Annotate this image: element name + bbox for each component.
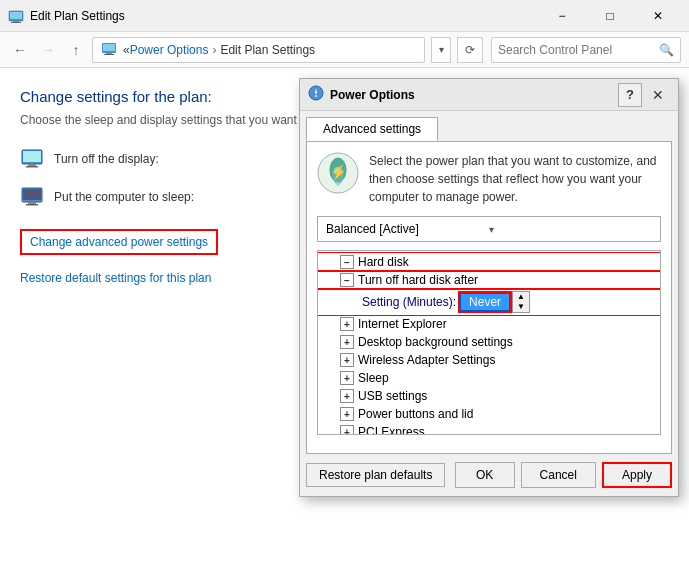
- tree-item-wireless-adapter[interactable]: + Wireless Adapter Settings: [318, 351, 660, 369]
- tree-item-turn-off[interactable]: − Turn off hard disk after: [318, 271, 660, 289]
- svg-rect-5: [103, 44, 115, 51]
- svg-text:⚡: ⚡: [330, 164, 348, 181]
- expand-hard-disk[interactable]: −: [340, 255, 354, 269]
- restore-plan-button[interactable]: Restore plan defaults: [306, 463, 445, 487]
- help-button[interactable]: ?: [618, 83, 642, 107]
- tree-container: − Hard disk − Turn off hard disk after S…: [317, 250, 661, 435]
- up-button[interactable]: ↑: [64, 38, 88, 62]
- modal-footer: Restore plan defaults OK Cancel Apply: [300, 454, 678, 496]
- minimize-button[interactable]: −: [539, 0, 585, 32]
- internet-explorer-label: Internet Explorer: [358, 317, 447, 331]
- modal-intro-text: Select the power plan that you want to c…: [369, 152, 661, 206]
- breadcrumb-part1: «: [123, 43, 130, 57]
- power-options-modal: Power Options ? ✕ Advanced settings: [299, 78, 679, 497]
- expand-internet-explorer[interactable]: +: [340, 317, 354, 331]
- maximize-button[interactable]: □: [587, 0, 633, 32]
- tree-item-desktop-background[interactable]: + Desktop background settings: [318, 333, 660, 351]
- breadcrumb-current: Edit Plan Settings: [220, 43, 315, 57]
- address-icon: [101, 40, 117, 59]
- tree-inner[interactable]: − Hard disk − Turn off hard disk after S…: [318, 251, 660, 434]
- pci-express-label: PCI Express: [358, 425, 425, 434]
- expand-sleep[interactable]: +: [340, 371, 354, 385]
- address-dropdown[interactable]: ▾: [431, 37, 451, 63]
- restore-plan-container: Restore plan defaults: [306, 463, 449, 487]
- spinner-up[interactable]: ▲: [513, 292, 529, 302]
- expand-usb-settings[interactable]: +: [340, 389, 354, 403]
- modal-icon: [308, 85, 324, 104]
- wireless-adapter-label: Wireless Adapter Settings: [358, 353, 495, 367]
- expand-turn-off[interactable]: −: [340, 273, 354, 287]
- modal-body: ⚡ Select the power plan that you want to…: [306, 141, 672, 454]
- desktop-background-label: Desktop background settings: [358, 335, 513, 349]
- modal-title-bar: Power Options ? ✕: [300, 79, 678, 111]
- expand-wireless-adapter[interactable]: +: [340, 353, 354, 367]
- address-bar: ← → ↑ « Power Options › Edit Plan Settin…: [0, 32, 689, 68]
- refresh-icon: ⟳: [465, 43, 475, 57]
- action-buttons: OK Cancel Apply: [455, 462, 672, 488]
- dropdown-arrow: ▾: [439, 44, 444, 55]
- search-icon: 🔍: [659, 43, 674, 57]
- turn-off-label: Turn off hard disk after: [358, 273, 478, 287]
- plan-dropdown-arrow: ▾: [489, 224, 652, 235]
- value-spinner[interactable]: ▲ ▼: [512, 291, 530, 313]
- modal-title: Power Options: [330, 88, 618, 102]
- ok-button[interactable]: OK: [455, 462, 515, 488]
- expand-power-buttons[interactable]: +: [340, 407, 354, 421]
- forward-button[interactable]: →: [36, 38, 60, 62]
- modal-overlay: Power Options ? ✕ Advanced settings: [0, 68, 689, 570]
- main-content: Change settings for the plan: Choose the…: [0, 68, 689, 570]
- power-buttons-label: Power buttons and lid: [358, 407, 473, 421]
- tree-item-internet-explorer[interactable]: + Internet Explorer: [318, 315, 660, 333]
- cancel-button[interactable]: Cancel: [521, 462, 596, 488]
- svg-rect-7: [104, 54, 114, 55]
- breadcrumb-separator: ›: [212, 43, 216, 57]
- hard-disk-label: Hard disk: [358, 255, 409, 269]
- close-button[interactable]: ✕: [635, 0, 681, 32]
- window-controls: − □ ✕: [539, 0, 681, 32]
- search-box[interactable]: 🔍: [491, 37, 681, 63]
- tree-item-power-buttons[interactable]: + Power buttons and lid: [318, 405, 660, 423]
- back-button[interactable]: ←: [8, 38, 32, 62]
- refresh-button[interactable]: ⟳: [457, 37, 483, 63]
- modal-tabs: Advanced settings: [300, 111, 678, 141]
- breadcrumb-power-options[interactable]: Power Options: [130, 43, 209, 57]
- modal-close-button[interactable]: ✕: [646, 83, 670, 107]
- title-bar: Edit Plan Settings − □ ✕: [0, 0, 689, 32]
- apply-button[interactable]: Apply: [602, 462, 672, 488]
- window-title: Edit Plan Settings: [30, 9, 539, 23]
- expand-pci-express[interactable]: +: [340, 425, 354, 434]
- plan-dropdown[interactable]: Balanced [Active] ▾: [317, 216, 661, 242]
- expand-desktop-background[interactable]: +: [340, 335, 354, 349]
- setting-label-text: Setting (Minutes):: [362, 295, 456, 309]
- plan-selected-text: Balanced [Active]: [326, 222, 489, 236]
- window-icon: [8, 8, 24, 24]
- tree-item-pci-express[interactable]: + PCI Express: [318, 423, 660, 434]
- svg-rect-1: [10, 12, 22, 19]
- power-logo: ⚡: [317, 152, 359, 197]
- usb-settings-label: USB settings: [358, 389, 427, 403]
- tree-item-setting[interactable]: Setting (Minutes): Never ▲ ▼: [318, 289, 660, 315]
- search-input[interactable]: [498, 43, 657, 57]
- sleep-label: Sleep: [358, 371, 389, 385]
- setting-value-display[interactable]: Never: [460, 293, 510, 311]
- tree-item-hard-disk[interactable]: − Hard disk: [318, 253, 660, 271]
- tab-advanced-settings[interactable]: Advanced settings: [306, 117, 438, 141]
- modal-intro: ⚡ Select the power plan that you want to…: [317, 152, 661, 206]
- svg-rect-3: [11, 22, 21, 23]
- svg-point-17: [315, 95, 317, 97]
- tree-item-usb-settings[interactable]: + USB settings: [318, 387, 660, 405]
- address-field[interactable]: « Power Options › Edit Plan Settings: [92, 37, 425, 63]
- spinner-down[interactable]: ▼: [513, 302, 529, 312]
- tree-item-sleep[interactable]: + Sleep: [318, 369, 660, 387]
